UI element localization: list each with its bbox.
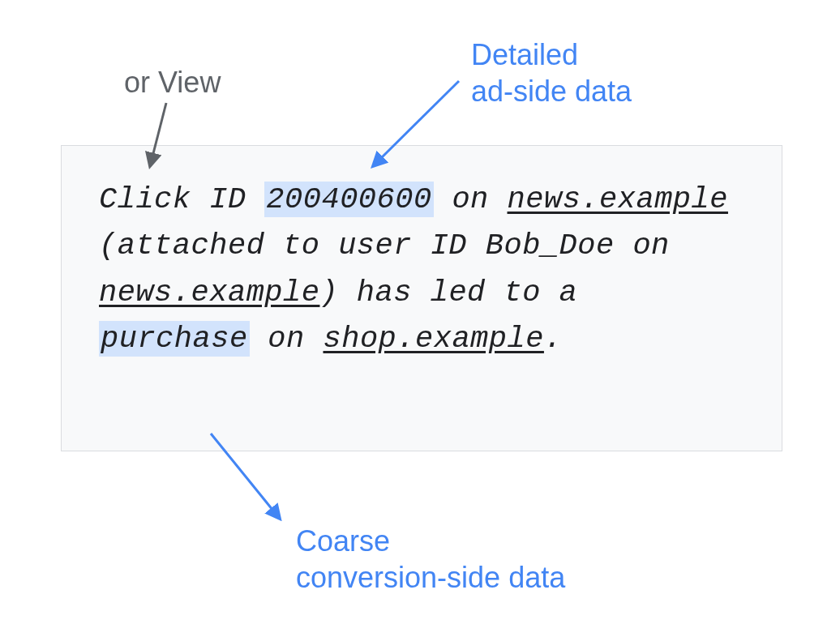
click-id-highlight: 200400600 [264, 182, 433, 217]
report-text-part5: on [250, 322, 324, 356]
site-shop: shop.example [323, 322, 543, 356]
annotation-coarse-text: Coarse conversion-side data [296, 524, 565, 594]
site-news-1: news.example [508, 182, 728, 216]
report-text-part4: ) has led to a [319, 276, 577, 310]
report-text-part2: on [434, 182, 508, 216]
report-text-part3: (attached to user ID Bob_Doe on [99, 229, 670, 263]
report-text-part1: Click ID [99, 182, 264, 216]
purchase-highlight: purchase [99, 321, 250, 357]
diagram-canvas: or View Detailed ad-side data Click ID 2… [0, 0, 840, 624]
site-news-2: news.example [99, 276, 319, 310]
attribution-report-box: Click ID 200400600 on news.example (atta… [61, 145, 782, 451]
annotation-detailed: Detailed ad-side data [471, 36, 714, 109]
annotation-detailed-line1: Detailed ad-side data [471, 38, 632, 108]
annotation-view: or View [124, 64, 221, 100]
annotation-coarse: Coarse conversion-side data [296, 523, 653, 596]
report-text-part6: . [544, 322, 563, 356]
